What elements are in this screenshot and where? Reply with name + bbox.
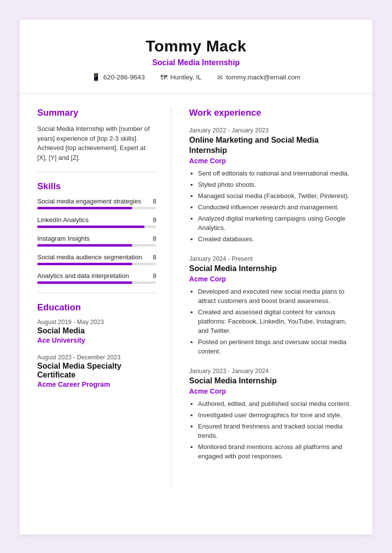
work-bullet: Posted on pertinent blogs and oversaw so…	[198, 337, 355, 356]
edu-degree: Social Media	[37, 327, 156, 335]
summary-section: Summary Social Media Internship with [nu…	[37, 107, 156, 163]
skill-bar-bg	[37, 244, 156, 247]
skill-item: Social media audience segmentation 8	[37, 253, 156, 265]
phone-value: 620-286-9643	[103, 74, 145, 81]
work-entry: January 2023 - January 2024 Social Media…	[189, 368, 355, 461]
skill-bar-fill	[37, 263, 132, 265]
skills-section: Skills Social media engagement strategie…	[37, 181, 156, 284]
left-column: Summary Social Media Internship with [nu…	[20, 107, 172, 487]
work-title: Work experience	[189, 107, 355, 118]
work-job-title: Online Marketing and Social Media Intern…	[189, 135, 355, 156]
education-section: Education August 2019 - May 2023 Social …	[37, 302, 156, 388]
skill-bar-bg	[37, 263, 156, 265]
work-company: Acme Corp	[189, 157, 355, 165]
work-job-title: Social Media Internship	[189, 376, 355, 386]
main-content: Summary Social Media Internship with [nu…	[20, 94, 372, 487]
work-bullets: Sent off editorials to national and inte…	[189, 169, 355, 244]
skill-bar-bg	[37, 281, 156, 284]
edu-institution: Ace University	[37, 336, 156, 344]
summary-title: Summary	[37, 107, 156, 118]
edu-date: August 2023 - December 2023	[37, 354, 156, 361]
work-company: Acme Corp	[189, 275, 355, 283]
email-value: tommy.mack@email.com	[226, 74, 300, 81]
email-icon: ✉	[217, 74, 223, 81]
skill-score: 8	[153, 253, 156, 261]
skill-bar-fill	[37, 226, 145, 228]
work-entry: January 2024 - Present Social Media Inte…	[189, 255, 355, 356]
skill-item: Social media engagement strategies 8	[37, 198, 156, 209]
skill-item: LinkedIn Analytics 9	[37, 216, 156, 228]
skill-bar-bg	[37, 207, 156, 209]
work-list: January 2022 - January 2023 Online Marke…	[189, 127, 355, 461]
skill-label: Social media audience segmentation	[37, 253, 142, 261]
location-icon: 🗺	[160, 74, 167, 81]
location-value: Huntley, IL	[170, 74, 201, 81]
skill-bar-fill	[37, 207, 132, 209]
resume-container: Tommy Mack Social Media Internship 📱 620…	[20, 20, 372, 534]
work-bullet: Managed social media (Facebook, Twitter,…	[198, 191, 355, 201]
right-column: Work experience January 2022 - January 2…	[172, 107, 372, 487]
work-date: January 2024 - Present	[189, 255, 355, 262]
skills-title: Skills	[37, 181, 156, 192]
skill-bar-fill	[37, 281, 132, 284]
skill-label: Analytics and data interpretation	[37, 272, 129, 279]
work-bullet: Monitored brand mentions across all plat…	[198, 442, 355, 461]
edu-institution: Acme Career Program	[37, 380, 156, 388]
summary-divider	[37, 172, 156, 172]
skill-label: LinkedIn Analytics	[37, 216, 89, 224]
work-bullet: Analyzed digital marketing campaigns usi…	[198, 214, 355, 232]
work-bullet: Developed and executed new social media …	[198, 287, 355, 305]
skill-bar-fill	[37, 244, 132, 247]
work-job-title: Social Media Internship	[189, 264, 355, 274]
header-section: Tommy Mack Social Media Internship 📱 620…	[20, 20, 372, 94]
skill-score: 9	[153, 216, 156, 224]
work-bullet: Authored, edited, and published social m…	[198, 399, 355, 408]
work-bullets: Authored, edited, and published social m…	[189, 399, 355, 461]
candidate-subtitle: Social Media Internship	[39, 58, 353, 67]
skill-score: 8	[153, 198, 156, 205]
contact-row: 📱 620-286-9643 🗺 Huntley, IL ✉ tommy.mac…	[39, 73, 353, 81]
skill-label: Social media engagement strategies	[37, 198, 141, 205]
skill-item: Analytics and data interpretation 8	[37, 272, 156, 284]
phone-icon: 📱	[92, 73, 100, 81]
skills-divider	[37, 293, 156, 293]
candidate-name: Tommy Mack	[39, 37, 353, 55]
skill-score: 8	[153, 272, 156, 279]
skills-list: Social media engagement strategies 8 Lin…	[37, 198, 156, 284]
skill-score: 8	[153, 235, 156, 242]
skill-bar-bg	[37, 226, 156, 228]
location-contact: 🗺 Huntley, IL	[160, 73, 201, 81]
work-bullet: Styled photo shoots.	[198, 180, 355, 189]
work-company: Acme Corp	[189, 387, 355, 395]
work-bullet: Investigated user demographics for tone …	[198, 410, 355, 420]
work-bullet: Created databases.	[198, 234, 355, 244]
work-bullet: Conducted influencer research and manage…	[198, 202, 355, 212]
edu-degree: Social Media Specialty Certificate	[37, 362, 156, 379]
work-bullets: Developed and executed new social media …	[189, 287, 355, 356]
education-list: August 2019 - May 2023 Social Media Ace …	[37, 319, 156, 388]
education-title: Education	[37, 302, 156, 313]
summary-text: Social Media Internship with [number of …	[37, 124, 156, 163]
skill-label: Instagram Insights	[37, 235, 90, 242]
work-entry: January 2022 - January 2023 Online Marke…	[189, 127, 355, 244]
work-bullet: Created and assessed digital content for…	[198, 307, 355, 335]
education-entry: August 2019 - May 2023 Social Media Ace …	[37, 319, 156, 344]
work-date: January 2023 - January 2024	[189, 368, 355, 375]
skill-item: Instagram Insights 8	[37, 235, 156, 247]
work-bullet: Ensured brand freshness and tracked soci…	[198, 422, 355, 440]
email-contact: ✉ tommy.mack@email.com	[217, 73, 300, 81]
phone-contact: 📱 620-286-9643	[92, 73, 145, 81]
work-date: January 2022 - January 2023	[189, 127, 355, 134]
education-entry: August 2023 - December 2023 Social Media…	[37, 354, 156, 388]
edu-date: August 2019 - May 2023	[37, 319, 156, 326]
work-bullet: Sent off editorials to national and inte…	[198, 169, 355, 178]
